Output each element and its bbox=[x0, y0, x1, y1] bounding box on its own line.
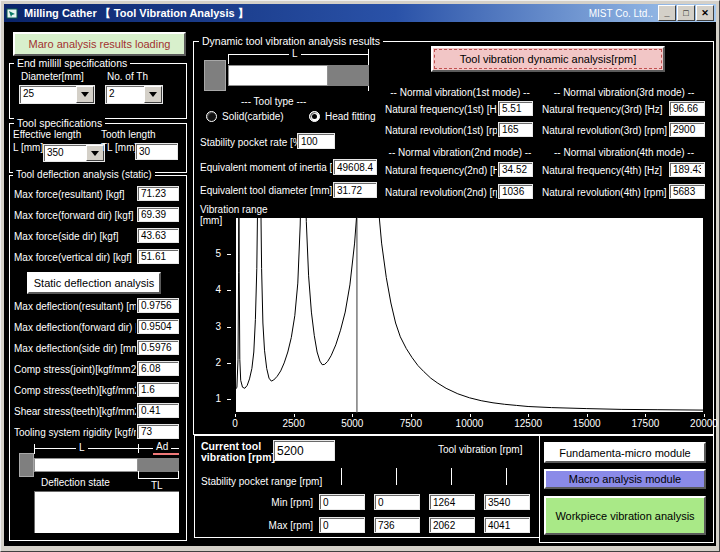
dynamic-tool-holder bbox=[204, 60, 226, 91]
tooth-length-field[interactable] bbox=[135, 143, 178, 160]
radio-solid-carbide-label[interactable]: Solid(carbide) bbox=[222, 111, 284, 122]
max-deflection-forward-field[interactable] bbox=[137, 319, 179, 334]
mode2-header: -- Normal vibration(2nd mode) -- bbox=[386, 147, 534, 158]
deflection-group-title: Tool deflection analysis (static) bbox=[13, 169, 155, 180]
max-deflection-resultant-label: Max deflection(resultant) [mm] bbox=[14, 301, 136, 312]
max-rpm-field-4[interactable] bbox=[484, 517, 530, 533]
x-tick bbox=[704, 414, 705, 417]
mode4-rev-field[interactable] bbox=[669, 184, 705, 199]
chevron-down-icon bbox=[91, 151, 99, 156]
teeth-count-value: 2 bbox=[106, 86, 144, 103]
mode3-rev-field[interactable] bbox=[669, 122, 705, 137]
min-rpm-label: Min [rpm] bbox=[231, 497, 313, 508]
y-tick-label: 5 bbox=[201, 248, 221, 259]
max-deflection-side-field[interactable] bbox=[137, 340, 179, 355]
max-force-resultant-field[interactable] bbox=[137, 186, 179, 201]
maximize-button[interactable]: □ bbox=[677, 5, 695, 21]
teeth-dropdown-button[interactable] bbox=[144, 86, 162, 103]
max-force-side-field[interactable] bbox=[137, 228, 179, 243]
x-tick bbox=[235, 414, 236, 417]
mode1-rev-field[interactable] bbox=[498, 122, 533, 137]
deflection-tool-holder bbox=[19, 453, 34, 477]
dynamic-group-title: Dynamic tool vibration analysis results bbox=[199, 35, 383, 47]
stability-pocket-rate-field[interactable] bbox=[297, 133, 335, 149]
radio-solid-carbide[interactable] bbox=[206, 111, 217, 122]
x-tick bbox=[411, 414, 412, 417]
deflection-tool-shank bbox=[34, 458, 138, 472]
equivalent-inertia-label: Equivalent moment of inertia [mm4] bbox=[200, 162, 332, 173]
deflection-state-canvas bbox=[34, 491, 179, 533]
max-rpm-field-2[interactable] bbox=[374, 517, 420, 533]
tool-vibration-axis-label: Tool vibration [rpm] bbox=[438, 444, 522, 455]
diameter-select[interactable]: 25 bbox=[19, 85, 95, 104]
effective-length-select[interactable]: 350 bbox=[43, 144, 105, 162]
close-button[interactable]: ✕ bbox=[696, 5, 714, 21]
fundamenta-micro-module-button[interactable]: Fundamenta-micro module bbox=[544, 442, 706, 463]
radio-head-fitting[interactable] bbox=[309, 111, 320, 122]
current-tool-label-2: vibration [rpm] bbox=[201, 451, 275, 463]
minimize-button[interactable]: _ bbox=[658, 5, 676, 21]
radio-head-fitting-label[interactable]: Head fitting bbox=[325, 111, 376, 122]
mode4-header: -- Normal vibration(4th mode) -- bbox=[544, 147, 704, 158]
max-rpm-label: Max [rpm] bbox=[231, 520, 313, 531]
max-force-vertical-label: Max force(vertical dir) [kgf] bbox=[14, 252, 132, 263]
max-rpm-field-1[interactable] bbox=[319, 517, 365, 533]
min-rpm-field-3[interactable] bbox=[429, 494, 475, 510]
tooling-rigidity-field[interactable] bbox=[137, 424, 179, 439]
max-rpm-field-3[interactable] bbox=[429, 517, 475, 533]
comp-stress-joint-field[interactable] bbox=[137, 361, 179, 376]
teeth-count-select[interactable]: 2 bbox=[105, 85, 163, 104]
dynamic-dim-tick-left bbox=[228, 54, 229, 64]
equivalent-diameter-field[interactable] bbox=[333, 182, 377, 198]
plot-border bbox=[236, 218, 704, 413]
min-rpm-field-1[interactable] bbox=[319, 494, 365, 510]
min-rpm-field-4[interactable] bbox=[484, 494, 530, 510]
y-tick bbox=[227, 327, 231, 328]
stability-pocket-range-label: Stability pocket range [rpm] bbox=[201, 476, 322, 487]
mode1-freq-field[interactable] bbox=[498, 101, 533, 116]
mode1-freq-label: Natural frequency(1st) [Hz] bbox=[385, 104, 497, 115]
effective-length-unit-label: L [mm] bbox=[13, 142, 43, 153]
x-axis-labels: 02500500075001000012500150001750020000 bbox=[235, 414, 705, 430]
static-deflection-analysis-button[interactable]: Static deflection analysis bbox=[27, 272, 161, 294]
x-tick-label: 20000 bbox=[680, 418, 720, 429]
diameter-dropdown-button[interactable] bbox=[76, 86, 94, 103]
max-force-vertical-field[interactable] bbox=[137, 249, 179, 264]
title-bar: Milling Cather 【 Tool Vibration Analysis… bbox=[4, 4, 716, 22]
mode3-freq-field[interactable] bbox=[669, 101, 705, 116]
tooth-length-unit-label: TL [mm] bbox=[101, 142, 137, 153]
tool-type-label: --- Tool type --- bbox=[241, 96, 306, 107]
x-tick-label: 0 bbox=[211, 418, 259, 429]
dynamic-l-label: L bbox=[289, 48, 301, 59]
x-tick-label: 5000 bbox=[328, 418, 376, 429]
current-tool-vibration-field[interactable] bbox=[273, 440, 335, 461]
mode2-rev-field[interactable] bbox=[498, 184, 533, 199]
y-axis-labels: 12345 bbox=[201, 217, 231, 413]
deflection-tool-head bbox=[138, 458, 179, 472]
mode4-freq-field[interactable] bbox=[669, 162, 705, 177]
app-icon bbox=[6, 7, 20, 20]
vibration-plot bbox=[235, 217, 704, 413]
tool-vibration-dynamic-analysis-button[interactable]: Tool vibration dynamic analysis[rpm] bbox=[431, 46, 665, 72]
min-rpm-field-2[interactable] bbox=[374, 494, 420, 510]
y-tick-label: 4 bbox=[201, 284, 221, 295]
mode4-rev-label: Natural revolution(4th) [rpm] bbox=[542, 187, 667, 198]
max-force-forward-field[interactable] bbox=[137, 207, 179, 222]
max-deflection-resultant-field[interactable] bbox=[137, 298, 179, 313]
macro-analysis-module-button[interactable]: Macro analysis module bbox=[544, 469, 706, 489]
tl-bracket-line bbox=[138, 478, 179, 479]
dynamic-tool-head bbox=[328, 65, 369, 86]
macro-results-loading-button[interactable]: Maro analysis results loading bbox=[13, 32, 186, 56]
tl-label: TL bbox=[151, 480, 163, 491]
equivalent-inertia-field[interactable] bbox=[333, 159, 377, 175]
teeth-count-label: No. of Th bbox=[107, 71, 148, 82]
y-tick bbox=[227, 290, 231, 291]
pocket-tick-4 bbox=[506, 468, 507, 485]
company-label: MIST Co. Ltd.. bbox=[589, 8, 653, 19]
shear-stress-teeth-field[interactable] bbox=[137, 403, 179, 418]
comp-stress-teeth-field[interactable] bbox=[137, 382, 179, 397]
mode2-freq-field[interactable] bbox=[498, 162, 533, 177]
window-title: Milling Cather 【 Tool Vibration Analysis… bbox=[24, 6, 249, 21]
workpiece-vibration-analysis-button[interactable]: Workpiece vibration analysis bbox=[544, 496, 706, 535]
x-tick-label: 15000 bbox=[563, 418, 611, 429]
